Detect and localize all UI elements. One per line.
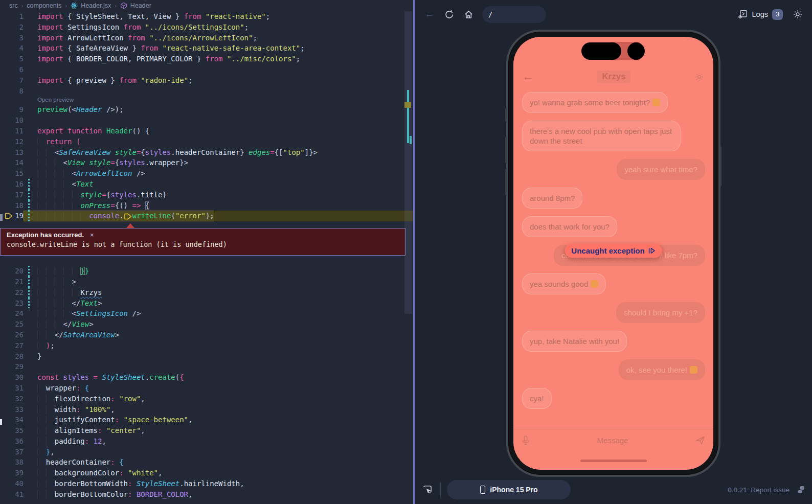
line-number[interactable]: 38 (0, 457, 24, 468)
breadcrumb-item-symbol[interactable]: Header (130, 2, 151, 9)
message-input-bar: Message (513, 429, 713, 451)
code-line-18: 18 onPress={() => { (0, 200, 413, 211)
line-number[interactable]: 31 (0, 383, 24, 394)
home-button[interactable] (461, 10, 476, 19)
line-number[interactable]: 34 (0, 415, 24, 425)
code-line-2: 2import SettingsIcon from "../icons/Sett… (0, 22, 413, 33)
back-button[interactable]: ← (422, 9, 437, 20)
line-number[interactable]: 17 (0, 190, 24, 200)
line-number[interactable]: 5 (0, 54, 24, 64)
line-number[interactable]: 7 (0, 75, 24, 86)
phone-icon (480, 485, 486, 494)
code-line-11: 11export function Header() { (0, 126, 413, 136)
chevron-right-icon: › (115, 3, 117, 9)
line-number[interactable]: 11 (0, 126, 24, 136)
send-icon[interactable] (695, 436, 705, 445)
line-number[interactable]: 20 (0, 266, 24, 277)
line-number[interactable]: 16 (0, 179, 24, 190)
line-number[interactable]: 6 (0, 64, 24, 75)
line-number[interactable]: 24 (0, 308, 24, 319)
line-number[interactable]: 29 (0, 361, 24, 372)
report-issue-link[interactable]: 0.0.21: Report issue (728, 486, 790, 494)
home-indicator-area (513, 451, 713, 470)
breadcrumb: src › components › Header.jsx › Header (0, 0, 413, 11)
chat-bubble-text: ok, see you there! (626, 365, 687, 374)
line-number[interactable]: 26 (0, 330, 24, 340)
line-number[interactable]: 18 (0, 200, 24, 211)
code-line-37: 37 }, (0, 447, 413, 457)
microphone-icon[interactable] (522, 436, 530, 446)
line-number[interactable]: 13 (0, 147, 24, 158)
close-icon[interactable]: × (90, 231, 94, 239)
code-line-9: 9preview(<Header />); (0, 104, 413, 115)
code-line-33: 33 width: "100%", (0, 404, 413, 415)
code-line-32: 32 flexDirection: "row", (0, 394, 413, 404)
uncaught-exception-button[interactable]: Uncaught exception (565, 244, 662, 258)
line-number[interactable]: 14 (0, 157, 24, 168)
chat-back-button[interactable]: ← (523, 71, 533, 83)
line-number[interactable]: 27 (0, 340, 24, 351)
debug-paused-gutter-icon[interactable] (5, 212, 13, 220)
react-icon (71, 2, 78, 9)
line-number[interactable]: 36 (0, 436, 24, 447)
line-number[interactable]: 15 (0, 168, 24, 179)
chat-bubble-text: does that work for you? (530, 222, 610, 231)
breadcrumb-item-components[interactable]: components (27, 2, 61, 9)
line-number[interactable]: 1 (0, 11, 24, 22)
logs-button[interactable]: Logs 3 (738, 9, 783, 20)
line-number[interactable]: 30 (0, 372, 24, 383)
line-number[interactable]: 2 (0, 22, 24, 33)
line-number[interactable]: 40 (0, 478, 24, 489)
url-input[interactable]: / (482, 6, 546, 23)
front-camera (627, 42, 645, 60)
chat-bubble-text: yup, take Natalie with you! (530, 337, 619, 346)
message-input[interactable]: Message (530, 436, 695, 445)
line-number[interactable]: 25 (0, 319, 24, 330)
settings-gear-icon[interactable] (793, 9, 803, 19)
line-number[interactable]: 37 (0, 447, 24, 457)
overview-ruler-modified-mark (407, 90, 409, 143)
device-selector[interactable]: iPhone 15 Pro (447, 480, 571, 499)
code-line-27: 27 ); (0, 340, 413, 351)
chat-header: ← Krzys (513, 66, 713, 87)
code-line-7: 7import { preview } from "radon-ide"; (0, 75, 413, 86)
line-number[interactable]: 22 (0, 287, 24, 298)
reload-button[interactable] (441, 10, 457, 19)
line-number[interactable]: 21 (0, 277, 24, 287)
exception-title: Exception has occurred. (7, 231, 84, 239)
chat-contact-name: Krzys (597, 71, 630, 83)
code-line-39: 39 backgroundColor: "white", (0, 468, 413, 478)
code-editor: src › components › Header.jsx › Header 1… (0, 0, 413, 504)
breadcrumb-item-src[interactable]: src (9, 2, 18, 9)
breadcrumb-item-file[interactable]: Header.jsx (81, 2, 111, 9)
paused-statement-icon (124, 213, 132, 220)
device-screen[interactable]: ← Krzys yo! wanna grab some beer tonight… (513, 37, 713, 470)
line-number[interactable]: 41 (0, 489, 24, 500)
chat-bubble-right: ok, see you there! (619, 359, 705, 380)
line-number[interactable]: 33 (0, 404, 24, 415)
home-indicator[interactable] (580, 460, 647, 462)
chat-bubble-left: yup, take Natalie with you! (522, 331, 627, 352)
line-number[interactable]: 39 (0, 468, 24, 478)
element-inspector-icon[interactable] (422, 484, 433, 495)
line-number[interactable]: 35 (0, 425, 24, 436)
line-number[interactable]: 28 (0, 351, 24, 362)
line-number[interactable]: 8 (0, 86, 24, 97)
line-number[interactable]: 32 (0, 394, 24, 404)
chat-bubble-left: around 8pm? (522, 188, 582, 209)
codelens-open-preview[interactable]: Open preview (0, 96, 413, 104)
chat-settings-icon[interactable] (694, 72, 704, 82)
line-number[interactable]: 3 (0, 33, 24, 43)
line-number[interactable]: 4 (0, 43, 24, 54)
line-number[interactable]: 12 (0, 136, 24, 147)
chat-bubble-text: yeah sure what time? (624, 165, 697, 174)
chat-bubble-left: yo! wanna grab some beer tonight? (522, 92, 668, 113)
editor-scrollbar[interactable] (404, 11, 412, 314)
line-number[interactable]: 10 (0, 115, 24, 126)
dynamic-island (581, 42, 621, 60)
devices-icon[interactable] (796, 485, 806, 495)
line-number[interactable]: 9 (0, 104, 24, 115)
chat-bubble-left: cya! (522, 388, 552, 409)
code-line-10: 10 (0, 115, 413, 126)
line-number[interactable]: 23 (0, 298, 24, 309)
